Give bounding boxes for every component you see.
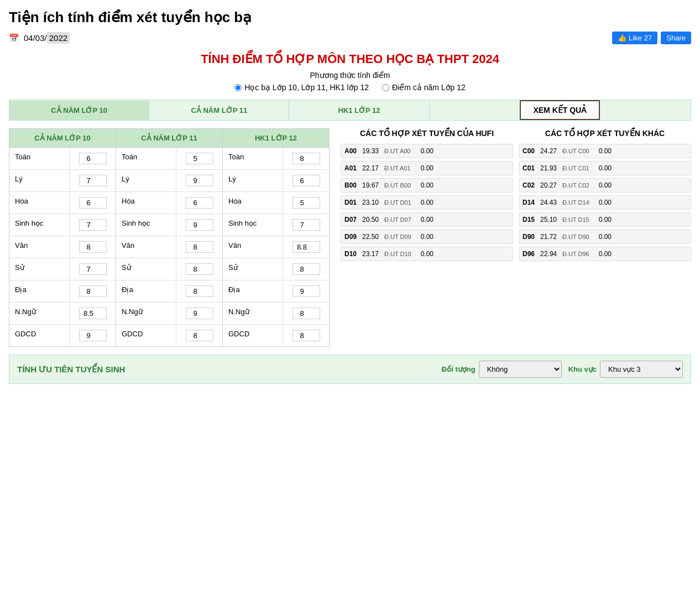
result-score: 21.93 xyxy=(540,164,560,172)
subject-name: Hóa xyxy=(9,192,70,214)
page-title: Tiện ích tính điểm xét tuyển học bạ xyxy=(9,9,691,26)
subject-name: N.Ngữ xyxy=(116,303,176,324)
table-row: Sử xyxy=(9,258,116,280)
other-title: CÁC TỔ HỢP XÉT TUYỂN KHÁC xyxy=(519,128,691,138)
subject-score[interactable] xyxy=(283,148,329,169)
result-dut-val: 0.00 xyxy=(595,216,612,223)
khu-vuc-label: Khu vực xyxy=(568,365,597,373)
table-row: GDCD xyxy=(116,325,222,346)
subject-score[interactable] xyxy=(283,280,329,302)
share-button[interactable]: Share xyxy=(661,32,691,44)
subject-score[interactable] xyxy=(70,258,116,280)
result-code: D14 xyxy=(523,199,538,206)
khu-vuc-group: Khu vực Khu vực 1 Khu vực 2 Khu vực 3 xyxy=(568,361,683,378)
result-score: 23.10 xyxy=(362,199,382,206)
subject-score[interactable] xyxy=(70,192,116,214)
subject-name: Văn xyxy=(223,236,283,258)
table-row: Hóa xyxy=(223,192,329,214)
result-code: C00 xyxy=(523,147,538,155)
result-dut-label: Đ.UT C00 xyxy=(562,148,593,154)
result-dut-label: Đ.UT A00 xyxy=(384,148,415,154)
subject-name: Sinh học xyxy=(9,214,70,236)
doi-tuong-label: Đối tượng xyxy=(442,365,476,373)
like-button[interactable]: 👍 Like 27 xyxy=(612,32,657,44)
like-label: Like xyxy=(629,34,642,42)
result-dut-val: 0.00 xyxy=(595,181,612,189)
table-row: Sinh học xyxy=(116,214,222,236)
result-score: 20.50 xyxy=(362,216,382,223)
result-dut-label: Đ.UT D01 xyxy=(384,199,415,206)
subject-score[interactable] xyxy=(176,170,222,191)
subject-score[interactable] xyxy=(176,236,222,258)
subject-score[interactable] xyxy=(70,236,116,258)
subject-name: Sinh học xyxy=(116,214,176,236)
table-row: Địa xyxy=(9,280,116,303)
subject-score[interactable] xyxy=(283,325,329,346)
tab-lop11[interactable]: CẢ NĂM LỚP 11 xyxy=(149,101,289,120)
result-dut-val: 0.00 xyxy=(417,164,433,172)
col-lop10: CẢ NĂM LỚP 10 ToánLýHóaSinh họcVănSửĐịaN… xyxy=(9,129,116,346)
subject-score[interactable] xyxy=(176,280,222,302)
result-dut-label: Đ.UT D07 xyxy=(384,216,415,223)
subject-score[interactable] xyxy=(283,170,329,191)
subject-name: Lý xyxy=(116,170,176,191)
table-row: Văn xyxy=(223,236,329,258)
list-item: D07 20.50 Đ.UT D07 0.00 xyxy=(341,212,513,227)
result-code: D01 xyxy=(344,199,360,206)
khu-vuc-select[interactable]: Khu vực 1 Khu vực 2 Khu vực 3 xyxy=(600,361,683,378)
subject-score[interactable] xyxy=(176,325,222,346)
table-row: Sinh học xyxy=(223,214,329,236)
table-row: Toán xyxy=(116,148,222,170)
radio-option-2[interactable]: Điểm cả năm Lớp 12 xyxy=(382,83,466,92)
subject-score[interactable] xyxy=(70,214,116,236)
table-row: Địa xyxy=(116,280,222,303)
result-code: D07 xyxy=(344,216,360,223)
list-item: D14 24.43 Đ.UT D14 0.00 xyxy=(519,195,691,210)
subject-score[interactable] xyxy=(176,148,222,169)
subject-score[interactable] xyxy=(70,148,116,169)
result-dut-val: 0.00 xyxy=(417,216,433,223)
result-score: 19.67 xyxy=(362,181,382,189)
subject-score[interactable] xyxy=(176,303,222,324)
radio-input-2[interactable] xyxy=(382,84,389,91)
list-item: D10 23.17 Đ.UT D10 0.00 xyxy=(341,247,513,261)
subject-score[interactable] xyxy=(176,192,222,214)
subjects-wrapper: CẢ NĂM LỚP 10 ToánLýHóaSinh họcVănSửĐịaN… xyxy=(9,128,330,347)
result-dut-label: Đ.UT B00 xyxy=(384,182,415,189)
radio-input-1[interactable] xyxy=(234,84,242,91)
radio-label-1: Học bạ Lớp 10, Lớp 11, HK1 lớp 12 xyxy=(244,83,369,92)
subject-name: Văn xyxy=(9,236,70,258)
subject-score[interactable] xyxy=(176,258,222,280)
subject-score[interactable] xyxy=(70,170,116,191)
subject-score[interactable] xyxy=(283,258,329,280)
result-dut-val: 0.00 xyxy=(595,199,612,206)
result-dut-label: Đ.UT D90 xyxy=(562,233,593,240)
tab-hk1lop12[interactable]: HK1 LỚP 12 xyxy=(289,101,429,120)
subject-score[interactable] xyxy=(283,192,329,214)
subject-score[interactable] xyxy=(70,280,116,302)
list-item: B00 19.67 Đ.UT B00 0.00 xyxy=(341,178,513,193)
subject-score[interactable] xyxy=(283,214,329,236)
table-row: Hóa xyxy=(116,192,222,214)
result-code: C01 xyxy=(523,164,538,172)
subject-name: GDCD xyxy=(9,325,70,346)
tab-lop10[interactable]: CẢ NĂM LỚP 10 xyxy=(9,101,149,120)
result-dut-label: Đ.UT D96 xyxy=(562,251,593,257)
year-highlight: 2022 xyxy=(47,32,70,44)
result-dut-val: 0.00 xyxy=(595,164,612,172)
subject-score[interactable] xyxy=(70,325,116,346)
doi-tuong-select[interactable]: Không Đối tượng 1 Đối tượng 2 xyxy=(479,361,562,378)
subject-score[interactable] xyxy=(283,303,329,324)
subject-name: GDCD xyxy=(223,325,283,346)
table-row: N.Ngữ xyxy=(116,303,222,325)
results-header: CÁC TỔ HỢP XÉT TUYỂN CỦA HUFI CÁC TỔ HỢP… xyxy=(341,128,691,138)
radio-option-1[interactable]: Học bạ Lớp 10, Lớp 11, HK1 lớp 12 xyxy=(234,83,369,92)
result-dut-val: 0.00 xyxy=(595,250,612,258)
main-title: TÍNH ĐIỂM TỔ HỢP MÔN THEO HỌC BẠ THPT 20… xyxy=(9,52,691,66)
subject-score[interactable] xyxy=(176,214,222,236)
subject-score[interactable] xyxy=(70,303,116,324)
xem-ket-qua-button[interactable]: XEM KẾT QUẢ xyxy=(520,100,600,120)
subject-score[interactable] xyxy=(283,236,329,258)
result-dut-label: Đ.UT C01 xyxy=(562,165,593,171)
table-row: Địa xyxy=(223,280,329,303)
